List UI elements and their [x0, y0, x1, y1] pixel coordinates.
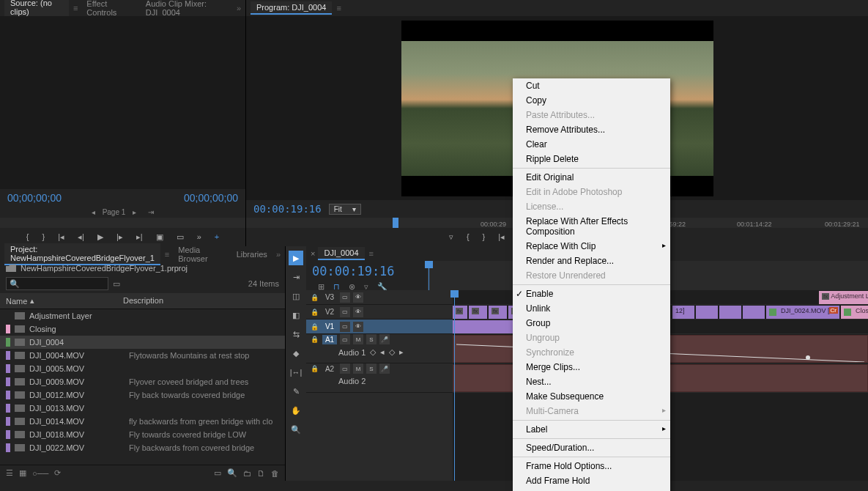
prev-keyframe-icon[interactable]: ◂	[380, 347, 385, 357]
icon-view-icon[interactable]: ▦	[19, 468, 26, 478]
asset-row[interactable]: DJI_0014.MOVfly backwards from green bri…	[0, 415, 285, 428]
add-keyframe-icon[interactable]: ◇	[389, 347, 395, 357]
hand-tool-icon[interactable]: ✋	[289, 403, 303, 418]
source-out-timecode[interactable]: 00;00;00;00	[184, 192, 238, 204]
menu-render-replace[interactable]: Render and Replace...	[513, 254, 670, 268]
find-icon[interactable]: 🔍	[227, 468, 237, 478]
lock-icon[interactable]: 🔒	[309, 334, 319, 344]
next-keyframe-icon[interactable]: ▸	[399, 347, 404, 357]
new-item-icon[interactable]: 🗋	[257, 469, 265, 478]
sequence-tab[interactable]: DJI_0004	[318, 247, 364, 260]
panel-overflow-icon[interactable]: »	[237, 4, 241, 12]
asset-list[interactable]: Adjustment Layer Closing DJI_0004 DJI_00…	[0, 309, 285, 465]
keyframe-icon[interactable]: ◇	[370, 347, 376, 357]
menu-make-subsequence[interactable]: Make Subsequence	[513, 389, 670, 404]
zoom-tool-icon[interactable]: 🔍	[289, 422, 303, 437]
toggle-sync-icon[interactable]: 👁	[353, 322, 363, 332]
track-header-a1[interactable]: 🔒 A1 ▭ M S 🎤 Audio 1 ◇ ◂ ◇ ▸	[306, 334, 453, 363]
menu-edit-original[interactable]: Edit Original	[513, 170, 670, 185]
mark-in-icon[interactable]: {	[26, 232, 29, 242]
ripple-edit-tool-icon[interactable]: ◫	[289, 289, 303, 303]
list-view-icon[interactable]: ☰	[6, 468, 13, 478]
menu-replace-clip[interactable]: Replace With Clip	[513, 239, 670, 254]
program-tab[interactable]: Program: DJI_0004	[251, 1, 332, 15]
track-header-a2[interactable]: 🔒 A2 ▭ M S 🎤 Audio 2	[306, 363, 453, 393]
track-select-tool-icon[interactable]: ⇥	[289, 270, 303, 284]
asset-row[interactable]: DJI_0004.MOVFlytowards Mountains at rest…	[0, 349, 285, 362]
lock-icon[interactable]: 🔒	[309, 307, 319, 317]
mark-out-icon[interactable]: }	[42, 232, 45, 242]
voice-over-icon[interactable]: 🎤	[379, 334, 390, 344]
filter-icon[interactable]: ▭	[113, 279, 120, 289]
timeline-playhead[interactable]	[429, 261, 429, 290]
panel-overflow-icon[interactable]: »	[276, 250, 281, 259]
zoom-dropdown[interactable]: Fit▾	[329, 204, 361, 215]
solo-icon[interactable]: S	[366, 334, 376, 344]
asset-row[interactable]: DJI_0018.MOVFly towards covered bridge L…	[0, 428, 285, 441]
toggle-output-icon[interactable]: ▭	[340, 363, 350, 374]
menu-speed-duration[interactable]: Speed/Duration...	[513, 440, 670, 455]
name-column[interactable]: Name	[6, 297, 27, 306]
asset-row[interactable]: Adjustment Layer	[0, 309, 285, 322]
menu-insert-frame-hold[interactable]: Insert Frame Hold Segment	[513, 488, 670, 491]
libraries-tab[interactable]: Libraries	[231, 248, 273, 260]
program-playhead[interactable]	[393, 218, 398, 228]
timeline-playhead-line[interactable]	[454, 290, 455, 481]
menu-frame-hold-options[interactable]: Frame Hold Options...	[513, 459, 670, 473]
mark-in-icon[interactable]: {	[467, 232, 470, 242]
overwrite-icon[interactable]: ▭	[177, 232, 184, 242]
clip[interactable]: DJI_0024.MOV [1 Cr	[766, 306, 839, 319]
tab-menu-icon[interactable]: ≡	[369, 249, 374, 258]
razor-tool-icon[interactable]: ◆	[289, 346, 303, 361]
clip[interactable]	[719, 306, 741, 319]
zoom-slider[interactable]: ○──	[32, 469, 48, 478]
asset-row[interactable]: Closing	[0, 322, 285, 336]
mute-icon[interactable]: M	[353, 363, 363, 374]
close-seq-icon[interactable]: ×	[311, 249, 315, 258]
toggle-output-icon[interactable]: ▭	[340, 307, 350, 317]
clip[interactable]: fx	[489, 306, 507, 319]
menu-group[interactable]: Group	[513, 316, 670, 331]
page-spread-icon[interactable]: ⇥	[148, 208, 154, 216]
go-to-in-icon[interactable]: |◂	[58, 232, 64, 242]
asset-row[interactable]: DJI_0013.MOV	[0, 402, 285, 415]
tab-menu-icon[interactable]: ≡	[73, 4, 78, 12]
track-header-v2[interactable]: 🔒 V2 ▭ 👁	[306, 305, 453, 320]
insert-icon[interactable]: ▣	[156, 232, 163, 242]
rate-stretch-tool-icon[interactable]: ⇆	[289, 327, 303, 342]
sort-icon[interactable]: ⟳	[54, 468, 61, 478]
lock-icon[interactable]: 🔒	[309, 363, 319, 374]
export-frame-icon[interactable]: »	[197, 232, 201, 242]
asset-row[interactable]: DJI_0022.MOVFly backwards from covered b…	[0, 441, 285, 454]
add-button-icon[interactable]: +	[215, 232, 219, 242]
pen-tool-icon[interactable]: ✎	[289, 384, 303, 399]
menu-label[interactable]: Label	[513, 422, 670, 437]
clip[interactable]: fx	[469, 306, 487, 319]
lock-icon[interactable]: 🔒	[309, 292, 319, 303]
toggle-output-icon[interactable]: ▭	[340, 322, 350, 332]
play-icon[interactable]: ▶	[97, 232, 103, 242]
trash-icon[interactable]: 🗑	[271, 469, 279, 478]
clip[interactable]: 12]	[672, 306, 694, 319]
prev-page-icon[interactable]: ◂	[92, 208, 95, 216]
tab-menu-icon[interactable]: ≡	[336, 4, 341, 12]
asset-row[interactable]: DJI_0009.MOVFlyover coveed bridged and t…	[0, 375, 285, 388]
solo-icon[interactable]: S	[366, 363, 376, 374]
desc-column[interactable]: Description	[123, 296, 279, 306]
timeline-timecode[interactable]: 00:00:19:16	[312, 264, 421, 278]
lock-icon[interactable]: 🔒	[309, 322, 319, 332]
step-forward-icon[interactable]: |▸	[116, 232, 123, 242]
menu-replace-ae[interactable]: Replace With After Effects Composition	[513, 214, 670, 239]
toggle-output-icon[interactable]: ▭	[340, 334, 350, 344]
clip-adjustment-layer[interactable]: fxAdjustment Layer	[819, 291, 868, 304]
track-header-v1[interactable]: 🔒 V1 ▭ 👁	[306, 320, 453, 334]
menu-unlink[interactable]: Unlink	[513, 301, 670, 316]
go-to-out-icon[interactable]: ▸|	[136, 232, 143, 242]
sort-asc-icon[interactable]: ▴	[30, 296, 34, 306]
selection-tool-icon[interactable]: ▶	[289, 251, 303, 265]
media-browser-tab[interactable]: Media Browser	[172, 244, 227, 265]
source-ruler[interactable]	[0, 218, 245, 228]
toggle-sync-icon[interactable]: 👁	[353, 307, 363, 317]
auto-match-icon[interactable]: ▭	[214, 468, 221, 478]
menu-clear[interactable]: Clear	[513, 137, 670, 152]
